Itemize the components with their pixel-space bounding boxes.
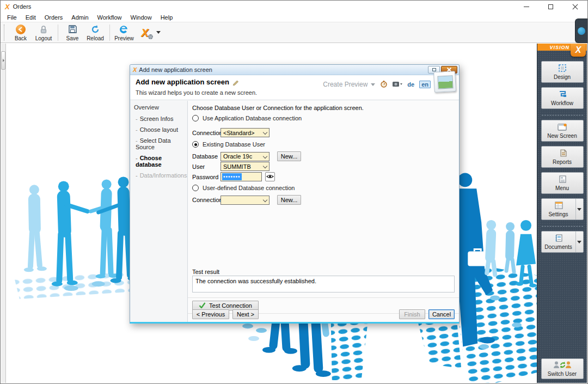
sidebar-button-menu[interactable]: Menu xyxy=(541,172,584,194)
language-en-button[interactable]: en xyxy=(419,81,431,88)
password-label: Password xyxy=(192,174,220,180)
switch-user-icon xyxy=(553,361,572,370)
vision-x-logo: X xyxy=(571,44,586,57)
chevron-down-icon xyxy=(263,154,267,158)
chevron-down-icon xyxy=(577,208,581,211)
password-row: Password ••••••• xyxy=(192,172,275,181)
screenshot-icon[interactable] xyxy=(393,81,402,88)
chevron-down-icon xyxy=(156,31,161,34)
wizard-step-data-informations: -Data/Informations xyxy=(136,172,187,179)
wizard-step-select-data-source[interactable]: -Select Data Source xyxy=(136,137,187,150)
maximize-button[interactable] xyxy=(538,1,563,13)
radio-use-app-db-connection[interactable]: Use Application Database connection xyxy=(192,115,302,121)
menu-window[interactable]: Window xyxy=(126,14,156,21)
menu-edit[interactable]: Edit xyxy=(21,14,40,21)
reload-button[interactable]: Reload xyxy=(84,23,107,42)
chevron-down-icon[interactable] xyxy=(371,83,375,86)
sidebar-button-workflow[interactable]: Workflow xyxy=(541,87,584,109)
toolbar-dropdown-button[interactable] xyxy=(154,31,163,34)
save-button[interactable]: Save xyxy=(61,23,84,42)
radio-icon[interactable] xyxy=(192,115,199,121)
close-button[interactable] xyxy=(563,1,587,13)
chevron-down-icon xyxy=(263,164,267,168)
dialog-title: Add new application screen xyxy=(139,66,212,73)
menu-bar: File Edit Orders Admin Workflow Window H… xyxy=(1,13,587,22)
database-select[interactable]: Oracle 19c xyxy=(220,152,270,161)
language-de-button[interactable]: de xyxy=(407,81,414,88)
dialog-titlebar[interactable]: X Add new application screen xyxy=(130,65,459,75)
cancel-button[interactable]: Cancel xyxy=(428,309,455,319)
wizard-steps-nav: Overview -Screen Infos -Choose layout -S… xyxy=(130,101,188,322)
menu-admin[interactable]: Admin xyxy=(67,14,93,21)
minimize-icon xyxy=(524,7,529,7)
panel-expand-handle[interactable] xyxy=(1,51,5,70)
sidebar-separator xyxy=(542,226,583,227)
wizard-step-choose-layout[interactable]: -Choose layout xyxy=(136,126,187,133)
save-icon xyxy=(67,24,78,35)
padlock-icon xyxy=(38,24,49,35)
vision-x-toolbar-button[interactable]: X xyxy=(136,27,154,39)
next-button[interactable]: Next > xyxy=(232,309,259,319)
previous-button[interactable]: < Previous xyxy=(192,309,229,319)
switch-user-button[interactable]: Switch User xyxy=(541,358,584,379)
preview-button[interactable]: Preview xyxy=(113,23,136,42)
documents-dropdown[interactable] xyxy=(575,231,583,252)
sidebar-button-design[interactable]: Design xyxy=(541,61,584,83)
workflow-icon xyxy=(558,90,567,100)
menu-help[interactable]: Help xyxy=(156,14,177,21)
vision-x-logo-icon: X xyxy=(141,27,148,38)
user-select[interactable]: SUMMITB xyxy=(220,162,270,171)
window-title: Orders xyxy=(13,3,32,10)
password-field[interactable]: ••••••• xyxy=(220,172,262,181)
connection2-label: Connection xyxy=(192,197,220,203)
chevron-down-icon xyxy=(263,197,267,202)
browser-e-icon xyxy=(119,24,130,35)
wizard-nav-header: Overview xyxy=(134,104,187,111)
connection-select[interactable]: <Standard> xyxy=(220,128,270,137)
test-result-box: The connection was successfully establis… xyxy=(192,276,455,292)
maximize-icon xyxy=(548,4,553,9)
wizard-step-screen-infos[interactable]: -Screen Infos xyxy=(136,115,187,122)
user-row: User SUMMITB xyxy=(192,162,270,171)
sidebar-button-settings[interactable]: Settings xyxy=(541,198,584,220)
chevron-down-icon xyxy=(263,130,267,135)
create-preview-button[interactable]: Create Preview xyxy=(323,81,367,88)
toolbar-grip xyxy=(4,25,6,41)
radio-user-defined-connection[interactable]: User-defined Database connection xyxy=(192,185,295,191)
floating-panel-handle[interactable] xyxy=(575,19,587,43)
database-label: Database xyxy=(192,153,220,160)
instruction-text: Choose Database User or Connection for t… xyxy=(192,105,364,111)
dialog-header: Add new application screen This wizard h… xyxy=(130,75,459,100)
show-password-button[interactable] xyxy=(265,172,275,181)
restore-icon xyxy=(432,68,436,71)
connection2-select[interactable] xyxy=(220,196,270,205)
dialog-header-title: Add new application screen xyxy=(136,78,240,87)
collapsed-left-panel xyxy=(1,44,6,383)
radio-icon[interactable] xyxy=(192,185,199,191)
documents-icon xyxy=(554,234,564,243)
settings-dropdown[interactable] xyxy=(575,199,583,220)
wizard-step-choose-database[interactable]: -Choose database xyxy=(136,155,187,168)
back-button[interactable]: Back xyxy=(9,23,32,42)
vision-sidebar: VISION X Design Workflow Ne xyxy=(537,44,587,383)
sidebar-button-reports[interactable]: Reports xyxy=(541,146,584,168)
database-new-button[interactable]: New... xyxy=(277,151,301,161)
app-window: X Orders File Edit Orders Admin Workflow… xyxy=(0,0,588,384)
gear-icon xyxy=(148,34,153,39)
connection2-new-button[interactable]: New... xyxy=(277,195,301,205)
sidebar-button-documents[interactable]: Documents xyxy=(541,231,584,253)
menu-list-icon xyxy=(558,175,567,185)
stopwatch-icon[interactable] xyxy=(380,80,388,89)
menu-file[interactable]: File xyxy=(3,14,21,21)
sidebar-button-new-screen[interactable]: New Screen xyxy=(541,120,584,142)
logout-button[interactable]: Logout xyxy=(32,23,55,42)
menu-workflow[interactable]: Workflow xyxy=(93,14,126,21)
menu-orders[interactable]: Orders xyxy=(40,14,68,21)
preview-thumbnail[interactable] xyxy=(433,71,456,93)
radio-selected-icon[interactable] xyxy=(192,141,199,148)
radio-existing-db-user[interactable]: Existing Database User xyxy=(192,141,265,148)
reports-icon xyxy=(558,149,567,159)
eye-icon xyxy=(266,174,274,180)
toolbar: Back Logout Save Reload Preview X xyxy=(1,22,587,43)
minimize-button[interactable] xyxy=(514,1,538,13)
